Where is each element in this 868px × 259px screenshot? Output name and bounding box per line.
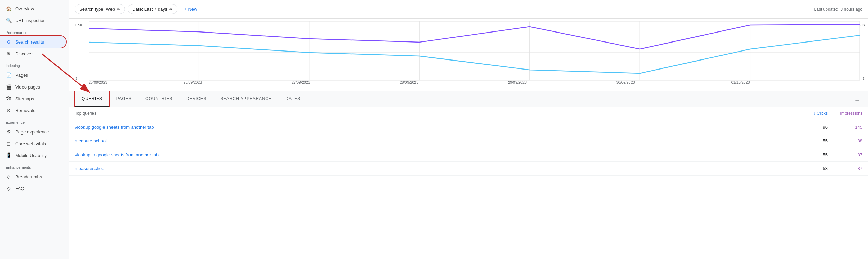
sidebar-item-video-pages[interactable]: 🎬 Video pages — [0, 81, 66, 93]
experience-section-label: Experience — [0, 116, 69, 126]
sidebar-item-faq-label: FAQ — [15, 186, 24, 191]
tab-dates[interactable]: DATES — [279, 91, 307, 107]
svg-text:01/10/2023: 01/10/2023 — [731, 80, 750, 84]
sidebar-item-sitemaps-label: Sitemaps — [15, 96, 34, 101]
sidebar-item-sitemaps[interactable]: 🗺 Sitemaps — [0, 93, 66, 104]
sidebar-item-discover-label: Discover — [15, 51, 33, 56]
clicks-cell: 53 — [800, 166, 828, 171]
table-row[interactable]: vlookup in google sheets from another ta… — [69, 148, 868, 162]
sidebar-item-pages-label: Pages — [15, 73, 28, 78]
tab-search-appearance[interactable]: SEARCH APPEARANCE — [213, 91, 278, 107]
faq-icon: ◇ — [6, 185, 12, 192]
sitemaps-icon: 🗺 — [6, 95, 12, 102]
tab-queries[interactable]: QUERIES — [75, 91, 109, 107]
last-updated-label: Last updated: 3 hours ago — [814, 7, 862, 12]
indexing-section-label: Indexing — [0, 59, 69, 69]
svg-text:29/09/2023: 29/09/2023 — [508, 80, 527, 84]
clicks-cell: 55 — [800, 138, 828, 144]
google-icon: G — [6, 39, 12, 45]
svg-text:27/09/2023: 27/09/2023 — [292, 80, 310, 84]
sidebar-item-core-web-vitals-label: Core web vitals — [15, 141, 46, 146]
query-cell: measure school — [75, 138, 800, 144]
core-web-vitals-icon: ◻ — [6, 140, 12, 147]
edit-icon: ✏ — [117, 7, 120, 12]
sidebar-item-breadcrumbs-label: Breadcrumbs — [15, 174, 42, 179]
table-header: Top queries ↓ Clicks Impressions — [69, 107, 868, 120]
tabs-bar: QUERIES PAGES COUNTRIES DEVICES SEARCH A… — [69, 91, 868, 107]
svg-text:26/09/2023: 26/09/2023 — [183, 80, 202, 84]
table-row[interactable]: vlookup google sheets from another tab 9… — [69, 120, 868, 134]
sidebar-item-discover[interactable]: ✳ Discover — [0, 48, 66, 59]
clicks-cell: 55 — [800, 152, 828, 157]
table-row[interactable]: measure school 55 88 — [69, 134, 868, 148]
sidebar-item-removals[interactable]: ⊘ Removals — [0, 104, 66, 116]
mobile-icon: 📱 — [6, 152, 12, 158]
date-chip-label: Date: Last 7 days — [132, 7, 167, 12]
clicks-header: ↓ Clicks — [800, 111, 828, 116]
sidebar-item-mobile-usability[interactable]: 📱 Mobile Usability — [0, 149, 66, 161]
sidebar-item-url-inspection[interactable]: 🔍 URL inspection — [0, 15, 66, 26]
svg-text:25/09/2023: 25/09/2023 — [89, 80, 107, 84]
tab-pages[interactable]: PAGES — [109, 91, 138, 107]
sidebar-item-search-results-label: Search results — [15, 39, 44, 45]
sidebar-item-overview-label: Overview — [15, 6, 34, 11]
top-queries-label: Top queries — [75, 111, 800, 116]
discover-icon: ✳ — [6, 50, 12, 57]
impressions-cell: 87 — [828, 166, 862, 171]
table-area: Top queries ↓ Clicks Impressions vlookup… — [69, 107, 868, 259]
main-content: Search type: Web ✏ Date: Last 7 days ✏ +… — [69, 0, 868, 259]
tab-devices[interactable]: DEVICES — [179, 91, 213, 107]
home-icon: 🏠 — [6, 6, 12, 12]
performance-section-label: Performance — [0, 26, 69, 36]
sidebar-item-overview[interactable]: 🏠 Overview — [0, 3, 66, 15]
new-button[interactable]: + New — [180, 4, 201, 14]
search-type-chip-label: Search type: Web — [79, 7, 115, 12]
chart-y-bottom-label: 0 — [75, 76, 77, 81]
sidebar-item-faq[interactable]: ◇ FAQ — [0, 183, 66, 194]
search-icon: 🔍 — [6, 17, 12, 24]
table-row[interactable]: measureschool 53 87 — [69, 162, 868, 176]
chart-y-right-bottom-label: 0 — [863, 76, 865, 81]
table-rows-container: vlookup google sheets from another tab 9… — [69, 120, 868, 176]
impressions-header: Impressions — [828, 111, 862, 116]
impressions-cell: 145 — [828, 124, 862, 130]
sidebar-item-removals-label: Removals — [15, 108, 35, 113]
filter-icon[interactable]: ⚌ — [852, 93, 862, 105]
query-cell: measureschool — [75, 166, 800, 171]
chart-y-right-top-label: 60K — [858, 23, 865, 27]
tab-countries[interactable]: COUNTRIES — [138, 91, 179, 107]
search-type-chip[interactable]: Search type: Web ✏ — [75, 4, 125, 14]
sidebar-item-pages[interactable]: 📄 Pages — [0, 69, 66, 81]
impressions-cell: 87 — [828, 152, 862, 157]
date-chip[interactable]: Date: Last 7 days ✏ — [128, 4, 177, 14]
pages-icon: 📄 — [6, 72, 12, 78]
svg-text:30/09/2023: 30/09/2023 — [616, 80, 635, 84]
enhancements-section-label: Enhancements — [0, 161, 69, 171]
removals-icon: ⊘ — [6, 107, 12, 113]
sidebar-item-breadcrumbs[interactable]: ◇ Breadcrumbs — [0, 171, 66, 183]
sidebar-item-page-experience[interactable]: ⚙ Page experience — [0, 126, 66, 138]
sidebar-item-page-experience-label: Page experience — [15, 129, 49, 135]
query-cell: vlookup google sheets from another tab — [75, 124, 800, 130]
chart-area: 1.5K 0 60K 0 25/09/2023 26/09/2023 — [69, 19, 868, 91]
svg-text:28/09/2023: 28/09/2023 — [400, 80, 419, 84]
video-icon: 🎬 — [6, 84, 12, 90]
page-experience-icon: ⚙ — [6, 129, 12, 135]
sidebar-item-core-web-vitals[interactable]: ◻ Core web vitals — [0, 138, 66, 149]
sidebar-item-video-pages-label: Video pages — [15, 84, 40, 90]
sidebar-item-search-results[interactable]: G Search results — [0, 36, 66, 48]
performance-chart: 25/09/2023 26/09/2023 27/09/2023 28/09/2… — [89, 21, 860, 84]
sidebar-item-url-inspection-label: URL inspection — [15, 18, 46, 23]
impressions-cell: 88 — [828, 138, 862, 144]
sidebar-item-mobile-usability-label: Mobile Usability — [15, 153, 47, 158]
top-bar: Search type: Web ✏ Date: Last 7 days ✏ +… — [69, 0, 868, 19]
query-cell: vlookup in google sheets from another ta… — [75, 152, 800, 157]
sidebar: 🏠 Overview 🔍 URL inspection Performance … — [0, 0, 69, 259]
chart-y-top-label: 1.5K — [75, 23, 83, 27]
new-button-label: + New — [184, 7, 197, 12]
edit-date-icon: ✏ — [169, 7, 173, 12]
clicks-cell: 96 — [800, 124, 828, 130]
breadcrumbs-icon: ◇ — [6, 174, 12, 180]
